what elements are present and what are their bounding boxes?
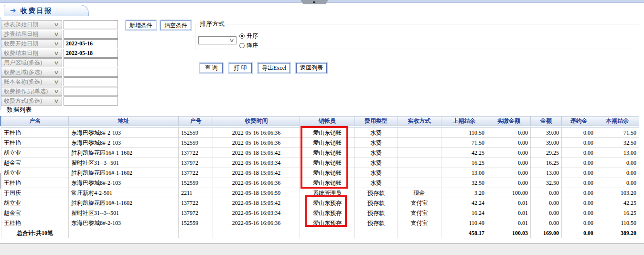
table-cell: 预存款 <box>355 198 397 208</box>
query-button[interactable]: 查 询 <box>200 63 223 73</box>
filter-field-label: 用户区域(多选) <box>4 59 42 67</box>
table-cell: 16.25 <box>596 208 639 218</box>
filter-field-select[interactable]: 抄表起始日期∨ <box>1 20 62 29</box>
table-cell: 0.00 <box>562 178 596 188</box>
radio-descending[interactable]: 降序 <box>239 41 258 50</box>
filter-field-select[interactable]: 收费开始日期∨ <box>1 39 62 48</box>
table-cell: 0.00 <box>562 158 596 168</box>
filter-field-select[interactable]: 抄表结尾日期∨ <box>1 30 62 39</box>
filter-value-input[interactable] <box>64 49 118 58</box>
table-cell: 100.00 <box>487 188 531 198</box>
filter-field-select[interactable]: 用户区域(多选)∨ <box>1 58 62 67</box>
table-cell: 2022-05-16 16:06:36 <box>213 138 300 148</box>
filter-field-select[interactable]: 收费操作员(单选)∨ <box>1 87 62 96</box>
table-cell: 3.20 <box>441 188 487 198</box>
table-cell: 0.00 <box>531 218 562 228</box>
table-cell: 2022-05-18 15:05:42 <box>213 148 300 158</box>
clear-condition-button[interactable]: 清空条件 <box>161 21 191 30</box>
table-cell: 爱山东销账 <box>300 148 355 158</box>
table-cell: 水费 <box>355 168 397 178</box>
filter-value-input[interactable] <box>64 39 118 48</box>
total-cell <box>300 228 355 238</box>
page-title: 收费日报 <box>21 7 53 15</box>
table-cell: 152559 <box>179 178 213 188</box>
filter-field-select[interactable]: 账本名称(多选)∨ <box>1 77 62 86</box>
table-cell: 0.00 <box>596 178 639 188</box>
filter-row: 收费方式(多选)∨ <box>1 96 120 106</box>
table-row: 赵金宝翟时社区31--3--5011379722022-05-16 16:03:… <box>1 208 639 218</box>
table-cell: 2022-05-16 16:06:36 <box>213 218 300 228</box>
filter-field-label: 抄表结尾日期 <box>4 30 38 38</box>
column-header: 实收方式 <box>397 117 441 126</box>
table-cell: 42.24 <box>441 198 487 208</box>
table-cell: 152559 <box>179 138 213 148</box>
table-cell: 爱山东预存 <box>300 198 355 208</box>
total-row: 总合计:共10笔458.17100.03169.000.00389.20 <box>1 228 639 238</box>
filter-field-label: 收费开始日期 <box>4 40 38 48</box>
table-cell: 0.00 <box>562 188 596 198</box>
filter-value-input[interactable] <box>64 87 118 96</box>
radio-ascending[interactable]: 升序 <box>239 31 258 41</box>
table-cell: 0.00 <box>487 138 531 148</box>
back-to-list-button[interactable]: 返回列表 <box>296 63 327 73</box>
filter-value-input[interactable] <box>64 77 118 86</box>
total-cell <box>179 228 213 238</box>
total-cell <box>355 228 397 238</box>
filter-rows: 抄表起始日期∨抄表结尾日期∨收费开始日期∨收费结束日期∨用户区域(多选)∨收费区… <box>1 20 120 106</box>
table-cell: 2022-05-18 15:05:42 <box>213 198 300 208</box>
column-header: 违约金 <box>562 117 596 126</box>
table-cell: 翟时社区31--3--501 <box>69 208 179 218</box>
table-cell: 42.25 <box>441 148 487 158</box>
table-cell: 现金 <box>397 188 441 198</box>
table-cell: 胜利凯旋花园16#-1-1602 <box>69 148 179 158</box>
table-cell: 爱山东销账 <box>300 178 355 188</box>
table-cell: 137722 <box>179 198 213 208</box>
table-cell: 爱山东销账 <box>300 128 355 138</box>
table-cell: 103.20 <box>596 188 639 198</box>
table-cell: 水费 <box>355 128 397 138</box>
print-button[interactable]: 打 印 <box>229 63 252 73</box>
sort-field-select[interactable]: ∨ <box>198 36 236 44</box>
column-header: 户号 <box>179 117 213 126</box>
panel-collapse-handle[interactable] <box>301 0 328 4</box>
table-cell: 系统管理员 <box>300 188 355 198</box>
filter-field-select[interactable]: 收费方式(多选)∨ <box>1 96 62 106</box>
tab-fee-daily-report[interactable]: ➔ 收费日报 <box>4 5 89 16</box>
table-cell: 爱山东预存 <box>300 218 355 228</box>
filter-field-label: 收费操作员(单选) <box>4 87 48 96</box>
filter-field-select[interactable]: 收费结束日期∨ <box>1 49 62 58</box>
chevron-down-icon: ∨ <box>54 41 59 47</box>
table-cell: 东海巴黎城8#-2-103 <box>69 128 179 138</box>
chevron-down-icon: ∨ <box>54 21 59 28</box>
table-cell: 水费 <box>355 138 397 148</box>
radio-button-icon <box>239 43 245 48</box>
filter-value-input[interactable] <box>64 96 118 106</box>
arrow-right-icon: ➔ <box>10 7 16 14</box>
table-cell: 137722 <box>179 168 213 178</box>
table-cell: 0.00 <box>562 168 596 178</box>
filter-field-select[interactable]: 收费区域(多选)∨ <box>1 68 62 77</box>
column-header: 实缴金额 <box>487 117 531 126</box>
table-cell: 0.00 <box>562 198 596 208</box>
chevron-down-icon: ∨ <box>54 88 59 95</box>
table-cell: 0.00 <box>531 188 562 198</box>
table-cell <box>397 138 441 148</box>
filter-value-input[interactable] <box>64 20 118 29</box>
filter-value-input[interactable] <box>64 30 118 39</box>
table-cell: 赵金宝 <box>1 208 69 218</box>
table-cell: 2022-05-18 15:05:42 <box>213 168 300 178</box>
filter-value-input[interactable] <box>64 58 118 67</box>
table-cell: 0.00 <box>562 128 596 138</box>
filter-value-input[interactable] <box>64 68 118 77</box>
table-cell: 0.00 <box>562 138 596 148</box>
table-cell: 16.25 <box>441 158 487 168</box>
table-cell: 王桂艳 <box>1 128 69 138</box>
table-cell: 胜利凯旋花园16#-1-1602 <box>69 168 179 178</box>
column-header: 户名 <box>1 117 69 126</box>
add-condition-button[interactable]: 新增条件 <box>126 21 156 30</box>
table-cell: 32.50 <box>596 138 639 148</box>
table-cell: 水费 <box>355 148 397 158</box>
export-excel-button[interactable]: 导出Excel <box>258 63 290 73</box>
total-label-cell: 总合计:共10笔 <box>1 228 69 238</box>
bottom-strip <box>0 243 644 255</box>
